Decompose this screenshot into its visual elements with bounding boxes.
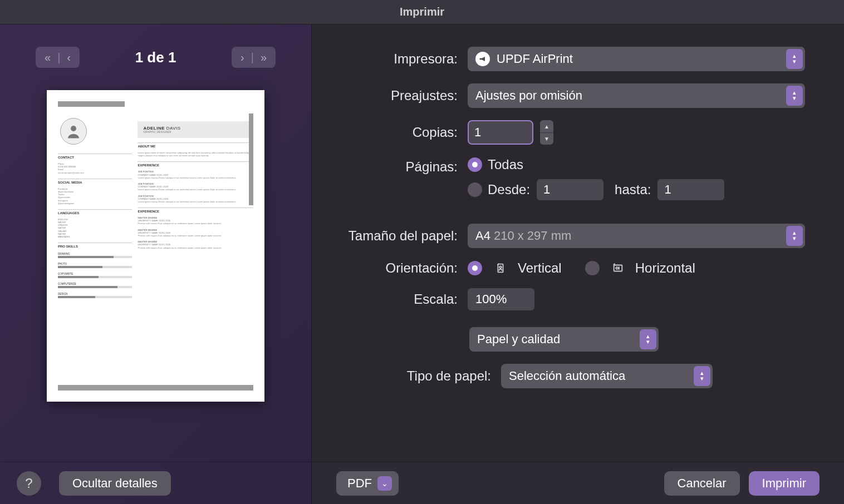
portrait-icon — [494, 262, 507, 274]
pages-all-radio[interactable] — [468, 157, 482, 172]
scale-input[interactable] — [468, 288, 534, 310]
last-page-icon: » — [257, 51, 270, 64]
print-dialog: Imprimir « | ‹ 1 de 1 › | » — [0, 0, 844, 504]
preview-pane: « | ‹ 1 de 1 › | » — [0, 24, 312, 504]
paper-size-select[interactable]: A4 210 x 297 mm — [468, 224, 805, 248]
landscape-icon — [612, 262, 624, 274]
printer-select[interactable]: UPDF AirPrint — [468, 47, 805, 71]
svg-point-0 — [71, 126, 76, 131]
hide-details-button[interactable]: Ocultar detalles — [59, 471, 171, 496]
orientation-horizontal-label: Horizontal — [635, 260, 695, 276]
dropdown-arrow-icon — [786, 86, 803, 106]
cancel-button[interactable]: Cancelar — [664, 471, 740, 496]
presets-label: Preajustes: — [323, 88, 468, 103]
stepper-down-icon[interactable]: ▼ — [540, 132, 553, 145]
pages-to-label: hasta: — [615, 182, 651, 197]
orientation-vertical-label: Vertical — [518, 260, 562, 276]
next-page-buttons[interactable]: › | » — [232, 47, 276, 68]
paper-size-label: Tamaño del papel: — [323, 228, 468, 244]
dropdown-arrow-icon — [786, 49, 803, 69]
copies-stepper[interactable]: ▲ ▼ — [540, 120, 553, 145]
orientation-label: Orientación: — [323, 260, 468, 276]
dropdown-arrow-icon — [694, 366, 710, 386]
help-button[interactable]: ? — [17, 471, 41, 496]
first-page-icon: « — [41, 51, 54, 64]
settings-pane: Impresora: UPDF AirPrint Preajustes: — [312, 24, 844, 504]
next-page-icon: › — [237, 51, 248, 64]
paper-type-label: Tipo de papel: — [323, 368, 501, 384]
page-thumbnail: CONTACT Phone0 000 000 000000Emailname.s… — [47, 90, 264, 402]
section-select[interactable]: Papel y calidad — [469, 327, 659, 352]
window-title: Imprimir — [0, 0, 844, 24]
svg-point-4 — [616, 267, 618, 269]
pdf-menu-button[interactable]: PDF ⌄ — [336, 471, 399, 496]
pages-from-input[interactable] — [537, 179, 603, 200]
printer-label: Impresora: — [323, 51, 468, 67]
orientation-vertical-radio[interactable] — [468, 261, 482, 275]
scale-label: Escala: — [323, 291, 468, 307]
copies-label: Copias: — [323, 125, 468, 140]
print-button[interactable]: Imprimir — [749, 471, 820, 496]
prev-page-buttons[interactable]: « | ‹ — [36, 47, 80, 68]
pages-to-input[interactable] — [657, 179, 724, 200]
page-counter: 1 de 1 — [135, 49, 176, 66]
pages-range-radio[interactable] — [468, 182, 482, 197]
orientation-horizontal-radio[interactable] — [585, 261, 600, 275]
dropdown-arrow-icon — [640, 329, 656, 349]
printer-app-icon — [475, 52, 490, 66]
pages-all-label: Todas — [488, 157, 523, 172]
stepper-up-icon[interactable]: ▲ — [540, 120, 553, 132]
pages-from-label: Desde: — [488, 182, 530, 197]
prev-page-icon: ‹ — [63, 51, 74, 64]
paper-type-select[interactable]: Selección automática — [501, 364, 713, 388]
copies-input[interactable] — [468, 120, 533, 145]
chevron-down-icon: ⌄ — [377, 476, 392, 491]
dropdown-arrow-icon — [786, 226, 803, 246]
presets-select[interactable]: Ajustes por omisión — [468, 83, 805, 108]
svg-point-2 — [499, 266, 502, 268]
pages-label: Páginas: — [323, 157, 468, 175]
